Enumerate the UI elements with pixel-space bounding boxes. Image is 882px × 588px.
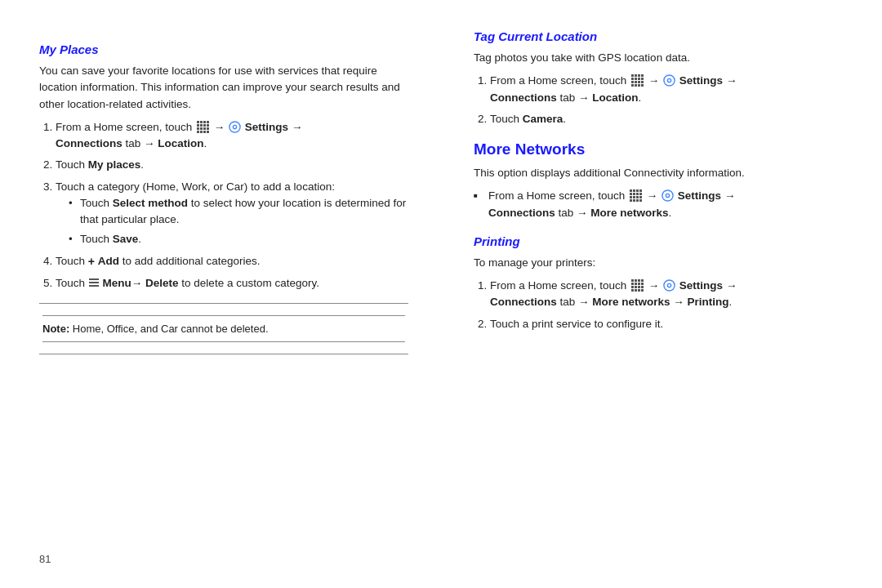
tag-step1-settings: Settings	[679, 74, 723, 87]
grid-icon-2	[631, 74, 644, 87]
sub-bullet-1: Touch Select method to select how your l…	[69, 195, 408, 229]
step5-menu: Menu	[103, 277, 131, 289]
svg-point-8	[668, 79, 670, 82]
settings-icon-4	[663, 279, 675, 292]
more-settings: Settings	[678, 189, 721, 202]
tag-step-2: Touch Camera.	[490, 111, 843, 127]
grid-icon-3	[630, 189, 642, 202]
my-places-steps: From a Home screen, touch →	[56, 119, 408, 292]
my-places-intro: You can save your favorite locations for…	[39, 63, 408, 113]
settings-icon	[229, 121, 241, 133]
print-more-networks: More networks	[592, 296, 670, 308]
more-networks-link: More networks	[590, 207, 668, 219]
note-bottom-line	[42, 341, 405, 342]
printing-steps: From a Home screen, touch → Settings →	[490, 278, 843, 332]
step1-connections: Connections	[56, 137, 122, 149]
step2-my-places: My places	[88, 158, 141, 171]
tag-intro: Tag photos you take with GPS location da…	[474, 50, 843, 66]
svg-rect-3	[89, 278, 99, 280]
tag-steps: From a Home screen, touch → Settings →	[490, 73, 843, 127]
svg-point-14	[668, 284, 670, 287]
svg-rect-4	[89, 282, 99, 283]
settings-icon-2	[663, 74, 675, 87]
step-2: Touch My places.	[56, 157, 408, 173]
more-networks-title: More Networks	[474, 140, 843, 158]
right-column: Tag Current Location Tag photos you take…	[441, 29, 843, 559]
tag-step1-connections: Connections	[490, 91, 557, 104]
grid-icon-4	[631, 279, 644, 292]
svg-rect-5	[89, 285, 99, 287]
tag-step2-camera: Camera	[523, 113, 564, 125]
printing-step-1: From a Home screen, touch → Settings →	[490, 278, 843, 311]
plus-icon: +	[88, 253, 95, 270]
more-networks-intro: This option displays additional Connecti…	[474, 165, 843, 181]
more-networks-section: More Networks This option displays addit…	[474, 140, 843, 221]
step-1: From a Home screen, touch →	[56, 119, 408, 153]
page-number: 81	[39, 553, 51, 565]
printing-step2-text: Touch a print service to configure it.	[490, 318, 663, 330]
svg-point-11	[666, 194, 669, 197]
step1-settings: Settings	[245, 121, 288, 133]
note-text: Home, Office, and Car cannot be deleted.	[73, 323, 269, 335]
settings-icon-3	[662, 189, 674, 202]
more-networks-list: From a Home screen, touch → Settings →	[474, 188, 843, 221]
step-3: Touch a category (Home, Work, or Car) to…	[56, 179, 408, 248]
step4-add: Add	[98, 255, 119, 267]
printing-section: Printing To manage your printers: From a…	[474, 234, 843, 332]
sub-bullet-2: Touch Save.	[69, 231, 408, 247]
step5-delete: Delete	[145, 277, 179, 289]
my-places-section: My Places You can save your favorite loc…	[39, 42, 408, 354]
grid-icon	[197, 121, 209, 133]
print-connections: Connections	[490, 296, 557, 308]
printing-intro: To manage your printers:	[474, 255, 843, 271]
tag-current-location-title: Tag Current Location	[474, 29, 843, 43]
my-places-title: My Places	[39, 42, 408, 56]
more-networks-bullet: From a Home screen, touch → Settings →	[474, 188, 843, 221]
more-connections: Connections	[488, 207, 555, 219]
svg-point-2	[234, 126, 236, 128]
print-printing: Printing	[688, 296, 729, 308]
tag-step-1: From a Home screen, touch → Settings →	[490, 73, 843, 106]
page-content: My Places You can save your favorite loc…	[0, 0, 882, 588]
step1-text: From a Home screen, touch →	[56, 121, 302, 149]
menu-icon	[88, 277, 100, 288]
step-5: Touch Menu→ Delete to delete a custom ca…	[56, 275, 408, 292]
step-4: Touch + Add to add additional categories…	[56, 253, 408, 270]
note-box: Note: Home, Office, and Car cannot be de…	[39, 303, 408, 355]
step1-location: Location	[158, 137, 203, 149]
print-settings: Settings	[679, 279, 723, 292]
left-column: My Places You can save your favorite loc…	[39, 29, 441, 559]
step3-subbullets: Touch Select method to select how your l…	[69, 195, 408, 248]
tag-step1-location: Location	[592, 91, 638, 104]
note-label: Note:	[42, 323, 69, 335]
printing-step-2: Touch a print service to configure it.	[490, 316, 843, 332]
printing-title: Printing	[474, 234, 843, 248]
note-top-line	[42, 315, 405, 316]
tag-current-location-section: Tag Current Location Tag photos you take…	[474, 29, 843, 127]
